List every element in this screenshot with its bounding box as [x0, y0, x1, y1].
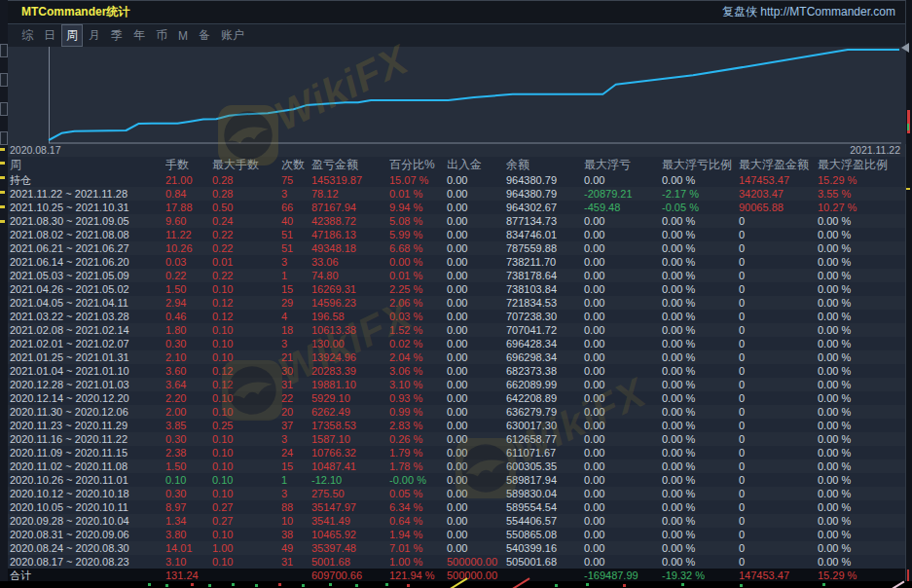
cell: 2020.11.30 ~ 2020.12.06: [10, 405, 165, 419]
cell: 1.80: [165, 323, 212, 337]
cell: 2021.01.25 ~ 2021.01.31: [10, 350, 165, 364]
cell: 2021.11.22 ~ 2021.11.28: [10, 187, 165, 201]
table-row[interactable]: 2020.11.09 ~ 2020.11.152.380.102410766.3…: [8, 446, 905, 459]
table-row[interactable]: 2021.01.25 ~ 2021.01.312.100.102113924.9…: [8, 350, 905, 364]
cell: 0: [739, 214, 818, 228]
cell: 0.93 %: [389, 391, 447, 405]
cell: 0.00: [584, 282, 662, 296]
cell: 0.00: [447, 269, 506, 282]
cell: 1.79 %: [389, 446, 447, 459]
cell: 0.00: [447, 173, 506, 187]
cell: 0.84: [165, 187, 212, 201]
cell: 0.00: [447, 255, 506, 269]
cell: 51: [281, 241, 311, 255]
cell: 2020.12.28 ~ 2021.01.03: [10, 378, 165, 391]
table-row[interactable]: 2020.12.14 ~ 2020.12.202.200.10225929.10…: [8, 391, 905, 405]
brand-link[interactable]: 复盘侠 http://MTCommander.com: [722, 4, 895, 20]
table-row[interactable]: 2021.03.22 ~ 2021.03.280.460.124196.580.…: [8, 310, 905, 323]
cell: -19.32 %: [662, 569, 739, 582]
cell: 787559.88: [506, 241, 584, 255]
cell: 0.00 %: [818, 282, 905, 296]
cell: 20: [281, 405, 311, 419]
cell: 5.08 %: [389, 214, 447, 228]
table-row[interactable]: 2020.11.30 ~ 2020.12.062.000.10206262.49…: [8, 405, 905, 419]
table-row[interactable]: 2021.02.01 ~ 2021.02.070.300.103130.000.…: [8, 337, 905, 350]
menu-item-季[interactable]: 季: [107, 25, 127, 46]
cell: 738178.64: [506, 269, 584, 282]
cell: 3.06 %: [389, 364, 447, 378]
cell: 0.00 %: [662, 378, 739, 391]
menu-item-币[interactable]: 币: [152, 25, 171, 46]
cell: 721834.53: [506, 296, 584, 310]
table-row[interactable]: 2021.04.05 ~ 2021.04.112.940.122914596.2…: [8, 296, 905, 310]
table-row[interactable]: 2020.08.17 ~ 2020.08.233.100.10315001.68…: [8, 555, 905, 569]
cell: 0: [739, 364, 818, 378]
cell: 0.26 %: [389, 432, 447, 446]
cell: 0.00 %: [818, 228, 905, 241]
cell: -0.00 %: [389, 473, 447, 487]
cell: 38: [281, 528, 311, 541]
cell: 964380.79: [506, 173, 584, 187]
cell: 49: [281, 541, 311, 555]
cell: 589817.94: [506, 473, 584, 487]
cell: 0.03 %: [389, 310, 447, 323]
table-row[interactable]: 2021.04.26 ~ 2021.05.021.500.101516269.3…: [8, 282, 905, 296]
cell: 2021.06.21 ~ 2021.06.27: [10, 241, 165, 255]
table-row[interactable]: 2020.11.02 ~ 2020.11.081.500.101510487.4…: [8, 459, 905, 473]
cell: 2021.02.01 ~ 2021.02.07: [10, 337, 165, 350]
menu-item-月[interactable]: 月: [85, 25, 104, 46]
cell: 2.20: [165, 391, 212, 405]
table-row[interactable]: 2021.10.25 ~ 2021.10.3117.880.506687167.…: [8, 201, 905, 214]
cell: 0.00 %: [662, 241, 739, 255]
cell: 2020.08.17 ~ 2020.08.23: [10, 555, 165, 569]
table-row[interactable]: 2020.11.23 ~ 2020.11.293.850.253717358.5…: [8, 419, 905, 432]
cell: 11.22: [165, 228, 212, 241]
table-row[interactable]: 2021.11.22 ~ 2021.11.280.840.28378.120.0…: [8, 187, 905, 201]
menu-item-周[interactable]: 周: [62, 25, 82, 46]
table-row[interactable]: 2020.11.16 ~ 2020.11.220.300.1031587.100…: [8, 432, 905, 446]
table-row[interactable]: 2020.10.12 ~ 2020.10.180.300.103275.500.…: [8, 487, 905, 500]
menu-item-日[interactable]: 日: [40, 25, 59, 46]
menu-item-备[interactable]: 备: [195, 25, 214, 46]
cell: 0: [739, 310, 818, 323]
table-row[interactable]: 2021.06.21 ~ 2021.06.2710.260.225149348.…: [8, 241, 905, 255]
table-row[interactable]: 2021.08.30 ~ 2021.09.059.600.244042388.7…: [8, 214, 905, 228]
cell: 0.00 %: [818, 255, 905, 269]
table-row[interactable]: 2020.08.31 ~ 2020.09.063.800.103810465.9…: [8, 528, 905, 541]
cell: -12.10: [311, 473, 389, 487]
cell: 0: [739, 419, 818, 432]
cell: 78.12: [311, 187, 389, 201]
table-row[interactable]: 2020.10.05 ~ 2020.10.118.970.278835147.9…: [8, 500, 905, 514]
table-row[interactable]: 2020.10.26 ~ 2020.11.010.100.101-12.10-0…: [8, 473, 905, 487]
cell: 0: [739, 378, 818, 391]
table-row[interactable]: 2021.05.03 ~ 2021.05.090.220.22174.800.0…: [8, 269, 905, 282]
table-row[interactable]: 2021.02.08 ~ 2021.02.141.800.101810613.3…: [8, 323, 905, 337]
cell: 642208.89: [506, 391, 584, 405]
cell: 0: [739, 323, 818, 337]
table-row[interactable]: 持仓21.000.2875145319.8715.07 %0.00964380.…: [8, 173, 905, 187]
table-row[interactable]: 2021.01.04 ~ 2021.01.103.600.123020283.3…: [8, 364, 905, 378]
cell: 0.00: [584, 296, 662, 310]
cell: 0.00: [447, 487, 506, 500]
title-bar[interactable]: MTCommander统计 复盘侠 http://MTCommander.com: [8, 1, 905, 24]
cell: 0.10: [212, 391, 281, 405]
menu-item-M[interactable]: M: [174, 27, 192, 45]
cell: 8.97: [165, 500, 212, 514]
table-row[interactable]: 2021.08.02 ~ 2021.08.0811.220.225147186.…: [8, 228, 905, 241]
cell: 42388.72: [311, 214, 389, 228]
cell: 2.94: [165, 296, 212, 310]
table-row[interactable]: 2020.12.28 ~ 2021.01.033.640.123119881.1…: [8, 378, 905, 391]
menu-item-账户[interactable]: 账户: [217, 25, 248, 46]
table-row[interactable]: 2020.08.24 ~ 2020.08.3014.011.004935397.…: [8, 541, 905, 555]
table-row[interactable]: 2020.09.28 ~ 2020.10.041.340.27103541.49…: [8, 514, 905, 528]
cell: 707238.30: [506, 310, 584, 323]
table-row[interactable]: 2021.06.14 ~ 2021.06.200.030.01333.060.0…: [8, 255, 905, 269]
table-row[interactable]: 合计131.24609700.66121.94 %500000.00-16948…: [8, 569, 905, 582]
cell: [212, 569, 281, 582]
cell: 15: [281, 282, 311, 296]
menu-item-综[interactable]: 综: [18, 25, 37, 46]
statistics-dialog: MTCommander统计 复盘侠 http://MTCommander.com…: [8, 0, 906, 581]
cell: 2.25 %: [389, 282, 447, 296]
menu-item-年[interactable]: 年: [129, 25, 149, 46]
balance-line: [49, 50, 899, 140]
